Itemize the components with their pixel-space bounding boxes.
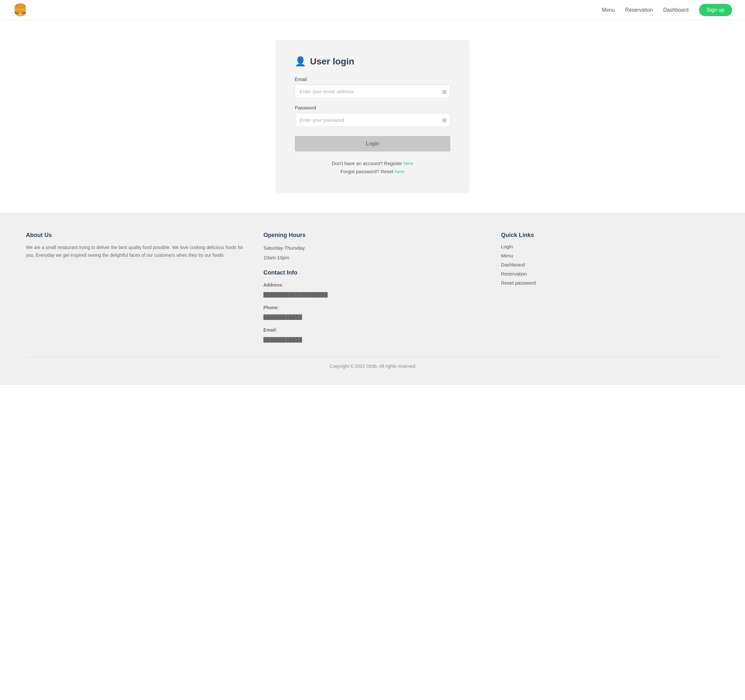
login-card: 👤 User login Email ⊞ Password ⊞ Login Do… bbox=[275, 40, 470, 193]
nav-menu-link[interactable]: Menu bbox=[602, 7, 615, 13]
email-label: Email bbox=[295, 76, 450, 82]
footer-hours-col: Opening Hours Saturday-Thursday 10am-10p… bbox=[263, 232, 481, 344]
footer-columns: About Us We are a small restaurant tryin… bbox=[26, 232, 719, 344]
list-item: Reservation bbox=[501, 271, 719, 277]
list-item: Dashboard bbox=[501, 262, 719, 268]
password-icon: ⊞ bbox=[442, 117, 446, 123]
opening-hours-title: Opening Hours bbox=[263, 232, 481, 239]
opening-hours-section: Opening Hours Saturday-Thursday 10am-10p… bbox=[263, 232, 481, 261]
footer: About Us We are a small restaurant tryin… bbox=[0, 212, 745, 385]
quick-link-reset-password[interactable]: Reset password bbox=[501, 280, 536, 285]
logo[interactable]: 🍔 bbox=[13, 4, 27, 16]
register-text: Don't have an account? Register here bbox=[295, 161, 450, 166]
email-contact-label: Email: bbox=[263, 326, 481, 334]
footer-divider bbox=[26, 357, 719, 357]
login-button[interactable]: Login bbox=[295, 136, 450, 152]
navbar: 🍔 Menu Reservation Dashboard Sign up bbox=[0, 0, 745, 20]
contact-info-title: Contact Info bbox=[263, 269, 481, 276]
about-title: About Us bbox=[26, 232, 244, 239]
list-item: Login bbox=[501, 244, 719, 250]
copyright-text: Copyright © 2022 Octib. All rights reser… bbox=[26, 364, 719, 375]
quick-link-dashboard[interactable]: Dashboard bbox=[501, 262, 525, 267]
password-group: Password ⊞ bbox=[295, 105, 450, 127]
password-label: Password bbox=[295, 105, 450, 110]
main-content: 👤 User login Email ⊞ Password ⊞ Login Do… bbox=[0, 20, 745, 212]
footer-quicklinks-col: Quick Links Login Menu Dashboard Reserva… bbox=[501, 232, 719, 344]
opening-days: Saturday-Thursday bbox=[263, 244, 481, 252]
forgot-here-link[interactable]: here bbox=[395, 169, 405, 174]
nav-dashboard-link[interactable]: Dashboard bbox=[663, 7, 688, 13]
signup-button[interactable]: Sign up bbox=[699, 4, 732, 16]
nav-links: Menu Reservation Dashboard Sign up bbox=[602, 4, 732, 16]
list-item: Reset password bbox=[501, 280, 719, 286]
password-input-wrapper: ⊞ bbox=[295, 113, 450, 127]
opening-time: 10am-10pm bbox=[263, 254, 481, 262]
burger-logo-icon: 🍔 bbox=[13, 4, 27, 16]
login-title: 👤 User login bbox=[295, 56, 450, 67]
forgot-text: Forgot password? Reset here bbox=[295, 169, 450, 174]
phone-label: Phone: bbox=[263, 304, 481, 312]
footer-about-col: About Us We are a small restaurant tryin… bbox=[26, 232, 244, 344]
quick-links-list: Login Menu Dashboard Reservation Reset p… bbox=[501, 244, 719, 286]
list-item: Menu bbox=[501, 253, 719, 259]
quick-link-login[interactable]: Login bbox=[501, 244, 513, 249]
password-input[interactable] bbox=[295, 113, 450, 127]
about-text: We are a small restaurant trying to deli… bbox=[26, 244, 244, 259]
email-group: Email ⊞ bbox=[295, 76, 450, 99]
form-links: Don't have an account? Register here For… bbox=[295, 161, 450, 174]
email-icon: ⊞ bbox=[442, 88, 446, 94]
register-here-link[interactable]: here bbox=[404, 161, 413, 166]
quick-link-menu[interactable]: Menu bbox=[501, 253, 513, 258]
email-contact-value: ████████████ bbox=[263, 336, 481, 344]
user-icon: 👤 bbox=[295, 56, 306, 67]
email-input[interactable] bbox=[295, 85, 450, 99]
nav-reservation-link[interactable]: Reservation bbox=[625, 7, 653, 13]
address-label: Address: bbox=[263, 281, 481, 289]
address-value: ████████████████████ bbox=[263, 291, 481, 299]
phone-value: ████████████ bbox=[263, 313, 481, 321]
email-input-wrapper: ⊞ bbox=[295, 85, 450, 99]
quick-link-reservation[interactable]: Reservation bbox=[501, 271, 527, 276]
quick-links-title: Quick Links bbox=[501, 232, 719, 239]
